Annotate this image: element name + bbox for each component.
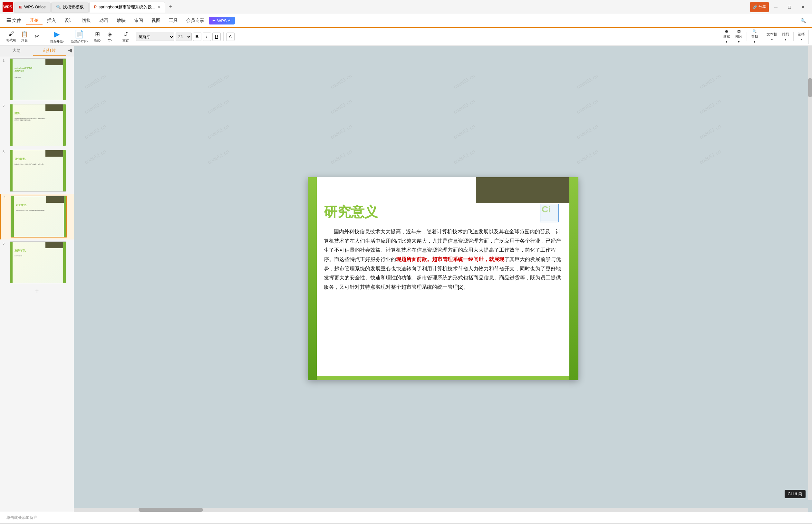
slide-left-border bbox=[308, 177, 317, 380]
tab-template[interactable]: 🔍 找模壳模板 bbox=[51, 2, 88, 13]
slide-canvas-area[interactable]: code51.cn code51.cn code51.cn code51.cn … bbox=[74, 46, 812, 512]
slide-thumbnail-1[interactable]: 1 springboot超市管理系统的设计 与实现PPT bbox=[0, 56, 74, 102]
close-button[interactable]: ✕ bbox=[797, 2, 809, 12]
slide-bottom-border bbox=[317, 376, 569, 380]
tab-close-btn[interactable]: ✕ bbox=[157, 5, 161, 9]
font-color-button[interactable]: A bbox=[226, 33, 235, 41]
vertical-scrollbar[interactable] bbox=[808, 46, 812, 500]
window-controls: 🔗 分享 ─ □ ✕ bbox=[750, 2, 809, 12]
menu-member[interactable]: 会员专享 bbox=[182, 16, 208, 25]
find-button[interactable]: 🔍 查找▾ bbox=[749, 28, 760, 45]
slide-header-decoration bbox=[476, 177, 569, 203]
slide-number-4: 4 bbox=[3, 196, 8, 199]
image-button[interactable]: 🖼 图片▾ bbox=[733, 29, 745, 45]
slide-main[interactable]: Ci 研究意义 国内外科技信息技术大大提高，近年来，随着计算机技术的飞速发展以及… bbox=[308, 177, 578, 380]
reset-button[interactable]: ↺ 重置 bbox=[120, 30, 131, 44]
minimize-button[interactable]: ─ bbox=[769, 2, 782, 12]
tab-bar: ⊞ WPS Office 🔍 找模壳模板 P springboot超市管理系统的… bbox=[14, 2, 749, 13]
slide-number-2: 2 bbox=[3, 104, 7, 108]
toolbar-group-format: 🖌 格式刷 📋 粘贴 ✂ bbox=[3, 30, 44, 44]
toolbar-main: 🖌 格式刷 📋 粘贴 ✂ ▶ 当页开始· 📄 新建幻灯片· ⊞ 版式· ◈ 节· bbox=[0, 28, 812, 46]
notes-placeholder: 单击此处添加备注 bbox=[6, 515, 37, 521]
slide-right-border bbox=[569, 177, 578, 380]
toolbar-group-textbox: 文本框▾ 排列▾ 选择▾ bbox=[763, 30, 809, 44]
menu-animation[interactable]: 动画 bbox=[95, 16, 112, 25]
text-selection-ci: Ci bbox=[540, 204, 559, 223]
search-button[interactable]: 🔍 bbox=[797, 15, 809, 26]
menu-file[interactable]: ☰ 文件 bbox=[3, 16, 25, 25]
slide-title-text[interactable]: 研究意义 bbox=[324, 203, 378, 221]
slide-thumbnail-2[interactable]: 2 摘要。 超市管理系统能够把以前的传统管理方式替换成网络化...对用户带来更好… bbox=[0, 102, 74, 148]
tab-slides[interactable]: 幻灯片 bbox=[33, 46, 66, 56]
horizontal-scrollbar[interactable] bbox=[74, 508, 808, 512]
slide-preview-1: springboot超市管理系统的设计 与实现PPT bbox=[10, 58, 66, 100]
slide-number-3: 3 bbox=[3, 150, 7, 154]
red-text-span: 现题所面前款。超市管理系统一经问世，就展现 bbox=[396, 257, 504, 262]
menu-slideshow[interactable]: 放映 bbox=[113, 16, 130, 25]
underline-button[interactable]: U bbox=[212, 33, 221, 41]
bold-button[interactable]: B bbox=[193, 33, 201, 41]
menu-insert[interactable]: 插入 bbox=[43, 16, 60, 25]
font-family-select[interactable]: 奥斯汀 bbox=[136, 33, 174, 41]
slide-number-5: 5 bbox=[3, 241, 7, 245]
slide-preview-5: 主要内容。 超市管理系统功能... bbox=[10, 241, 66, 283]
menu-design[interactable]: 设计 bbox=[61, 16, 77, 25]
paste-button[interactable]: 📋 粘贴 bbox=[19, 30, 30, 44]
slide-number-1: 1 bbox=[3, 58, 7, 62]
tab-current-doc[interactable]: P springboot超市管理系统的设... ✕ bbox=[89, 2, 165, 13]
select-button[interactable]: 选择▾ bbox=[796, 31, 807, 43]
slide-thumbnail-3[interactable]: 3 研究背景。 随着科技的进步，信息技术的飞速发展，超市管理... bbox=[0, 148, 74, 194]
menu-home[interactable]: 开始 bbox=[26, 16, 43, 25]
wps-ai-button[interactable]: ✦ WPS AI bbox=[209, 17, 235, 24]
restore-button[interactable]: □ bbox=[783, 2, 796, 12]
slide-panel: 大纲 幻灯片 ◀ 1 springboot超市管理系统的设计 与实现PPT 2 bbox=[0, 46, 74, 512]
slide-body-text[interactable]: 国内外科技信息技术大大提高，近年来，随着计算机技术的飞速发展以及其在全球范围内的… bbox=[324, 227, 562, 371]
tab-wps-office[interactable]: ⊞ WPS Office bbox=[14, 2, 51, 13]
share-button[interactable]: 🔗 分享 bbox=[750, 2, 769, 12]
menu-tools[interactable]: 工具 bbox=[165, 16, 182, 25]
toolbar-group-insert: ⬟ 形状▾ 🖼 图片▾ 🔍 查找▾ bbox=[719, 30, 762, 44]
tab-outline[interactable]: 大纲 bbox=[0, 46, 33, 56]
body-paragraph: 国内外科技信息技术大大提高，近年来，随着计算机技术的飞速发展以及其在全球范围内的… bbox=[324, 227, 562, 292]
add-slide-button[interactable]: + bbox=[32, 288, 42, 294]
new-slide-button[interactable]: 📄 新建幻灯片· bbox=[68, 28, 91, 45]
collapse-panel-button[interactable]: ◀ bbox=[66, 46, 74, 56]
section-button[interactable]: ◈ 节· bbox=[104, 30, 116, 44]
font-size-select[interactable]: 24 bbox=[176, 33, 192, 41]
toolbar-group-reset: ↺ 重置 bbox=[119, 30, 133, 44]
menu-transition[interactable]: 切换 bbox=[78, 16, 95, 25]
shape-button[interactable]: ⬟ 形状▾ bbox=[721, 28, 732, 45]
sep1 bbox=[223, 32, 223, 41]
arrange-button[interactable]: 排列▾ bbox=[780, 31, 791, 43]
notes-area[interactable]: 单击此处添加备注 bbox=[0, 512, 812, 523]
textbox-button[interactable]: 文本框▾ bbox=[765, 31, 779, 43]
format-paint-button[interactable]: 🖌 格式刷 bbox=[4, 30, 18, 44]
menu-bar: ☰ 文件 开始 插入 设计 切换 动画 放映 审阅 视图 工具 会员专享 ✦ W… bbox=[0, 14, 812, 28]
slide-preview-2: 摘要。 超市管理系统能够把以前的传统管理方式替换成网络化...对用户带来更好的管… bbox=[10, 104, 66, 146]
menu-review[interactable]: 审阅 bbox=[130, 16, 147, 25]
sep2 bbox=[747, 32, 747, 41]
language-indicator[interactable]: CH ∂ 简 bbox=[784, 490, 806, 498]
panel-tabs: 大纲 幻灯片 ◀ bbox=[0, 46, 74, 56]
toolbar-group-slides: ▶ 当页开始· 📄 新建幻灯片· ⊞ 版式· ◈ 节· bbox=[46, 30, 117, 44]
wps-logo: WPS bbox=[3, 2, 13, 12]
sep3 bbox=[793, 32, 794, 41]
add-slide-area: + bbox=[0, 285, 74, 297]
slide-preview-4: 研究意义。 国内外科技信息技术大大提高，近年来随着计算机技术的飞速发展... bbox=[11, 196, 67, 238]
italic-button[interactable]: I bbox=[203, 33, 211, 41]
menu-view[interactable]: 视图 bbox=[148, 16, 164, 25]
layout-button[interactable]: ⊞ 版式· bbox=[92, 30, 103, 44]
slide-thumbnail-4[interactable]: 4 研究意义。 国内外科技信息技术大大提高，近年来随着计算机技术的飞速发展... bbox=[0, 194, 74, 240]
new-tab-button[interactable]: + bbox=[166, 3, 175, 12]
title-bar: WPS ⊞ WPS Office 🔍 找模壳模板 P springboot超市管… bbox=[0, 0, 812, 14]
slide-preview-3: 研究背景。 随着科技的进步，信息技术的飞速发展，超市管理... bbox=[10, 150, 66, 192]
cut-button[interactable]: ✂ bbox=[31, 32, 43, 42]
main-area: 大纲 幻灯片 ◀ 1 springboot超市管理系统的设计 与实现PPT 2 bbox=[0, 46, 812, 512]
toolbar-group-font: 奥斯汀 24 B I U A bbox=[134, 30, 718, 44]
play-current-button[interactable]: ▶ 当页开始· bbox=[47, 28, 67, 45]
slide-thumbnail-5[interactable]: 5 主要内容。 超市管理系统功能... bbox=[0, 240, 74, 285]
